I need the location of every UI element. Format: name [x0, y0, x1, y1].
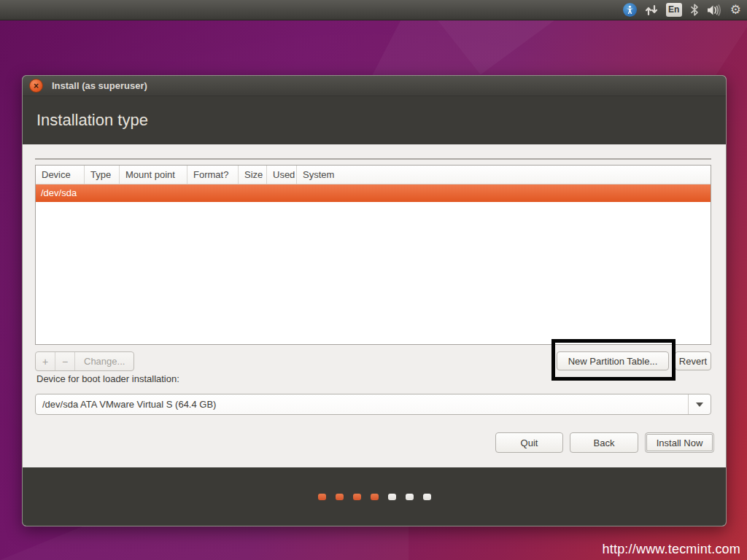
back-button[interactable]: Back: [570, 432, 638, 453]
column-header-type[interactable]: Type: [85, 166, 120, 184]
page-title: Installation type: [36, 111, 148, 130]
bootloader-device-value: /dev/sda ATA VMware Virtual S (64.4 GB): [36, 399, 688, 410]
progress-dot-4: [371, 494, 379, 500]
close-button[interactable]: ×: [29, 79, 43, 93]
add-partition-button[interactable]: +: [36, 352, 55, 370]
change-partition-button[interactable]: Change...: [75, 352, 133, 370]
table-row-dev-sda[interactable]: /dev/sda: [36, 184, 711, 202]
close-icon: ×: [34, 82, 39, 90]
quit-button[interactable]: Quit: [495, 432, 563, 453]
accessibility-icon[interactable]: [623, 0, 637, 20]
install-now-button[interactable]: Install Now: [645, 432, 714, 453]
session-gear-icon[interactable]: ⚙: [730, 0, 741, 20]
header-separator: [35, 158, 711, 160]
window-content: Device Type Mount point Format? Size Use…: [23, 144, 726, 467]
remove-partition-button[interactable]: −: [55, 352, 75, 370]
progress-dots-footer: [23, 467, 726, 526]
installer-window: × Install (as superuser) Installation ty…: [22, 75, 727, 526]
revert-button[interactable]: Revert: [675, 351, 711, 370]
accessibility-icon-circle: [623, 3, 637, 17]
volume-icon[interactable]: [707, 0, 722, 20]
top-panel: En ⚙: [0, 0, 747, 20]
column-header-size[interactable]: Size: [239, 166, 267, 184]
progress-dot-3: [353, 494, 361, 500]
watermark-url: http://www.tecmint.com: [603, 542, 740, 557]
new-partition-table-button[interactable]: New Partition Table...: [557, 351, 669, 370]
column-header-system[interactable]: System: [297, 166, 711, 184]
window-title: Install (as superuser): [52, 80, 147, 91]
progress-dot-7: [423, 494, 431, 500]
desktop: En ⚙ × Install (as superuser): [0, 0, 747, 560]
partition-edit-button-group: + − Change...: [35, 351, 134, 371]
window-titlebar[interactable]: × Install (as superuser): [23, 76, 726, 96]
bootloader-device-dropdown[interactable]: /dev/sda ATA VMware Virtual S (64.4 GB): [35, 394, 711, 415]
column-header-used[interactable]: Used: [267, 166, 297, 184]
progress-dot-2: [336, 494, 344, 500]
keyboard-layout-indicator[interactable]: En: [666, 0, 682, 20]
keyboard-layout-label: En: [666, 3, 682, 17]
column-header-mount-point[interactable]: Mount point: [120, 166, 187, 184]
gear-glyph: ⚙: [730, 0, 741, 20]
partition-table: Device Type Mount point Format? Size Use…: [35, 165, 711, 345]
progress-dot-5: [388, 494, 396, 500]
column-header-format[interactable]: Format?: [187, 166, 239, 184]
chevron-down-icon: [696, 402, 703, 407]
network-arrows-icon[interactable]: [645, 0, 658, 20]
bootloader-device-label: Device for boot loader installation:: [36, 373, 179, 384]
progress-dot-6: [406, 494, 414, 500]
progress-dot-1: [318, 494, 326, 500]
bluetooth-icon[interactable]: [690, 0, 699, 20]
partition-table-header: Device Type Mount point Format? Size Use…: [36, 166, 711, 184]
dropdown-arrow-cell: [688, 394, 711, 414]
window-header: Installation type: [23, 96, 726, 144]
column-header-device[interactable]: Device: [36, 166, 85, 184]
action-buttons-row: Quit Back Install Now: [495, 432, 714, 453]
